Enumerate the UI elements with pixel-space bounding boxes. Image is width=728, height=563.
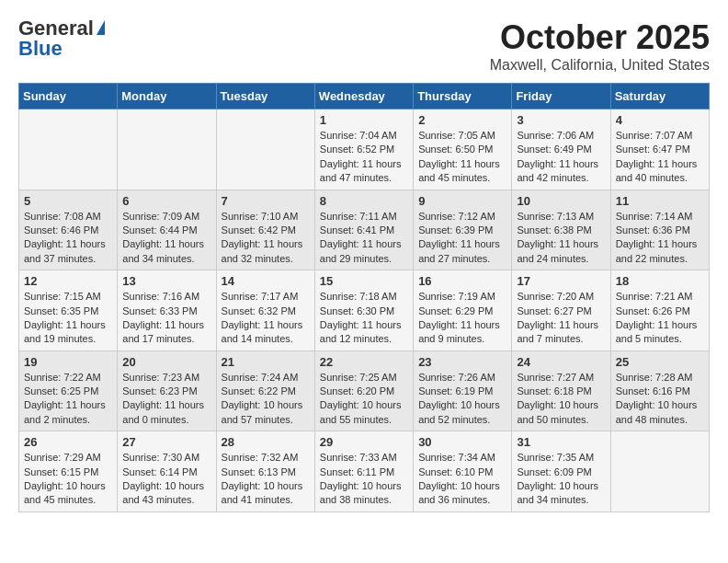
day-number: 21 bbox=[222, 355, 310, 369]
calendar-cell: 8Sunrise: 7:11 AMSunset: 6:41 PMDaylight… bbox=[314, 190, 413, 270]
day-info: Sunrise: 7:04 AM bbox=[320, 129, 408, 143]
calendar-cell: 9Sunrise: 7:12 AMSunset: 6:39 PMDaylight… bbox=[414, 190, 512, 270]
calendar-cell: 1Sunrise: 7:04 AMSunset: 6:52 PMDaylight… bbox=[314, 109, 413, 190]
day-info: Sunrise: 7:27 AM bbox=[517, 371, 605, 385]
calendar-row: 26Sunrise: 7:29 AMSunset: 6:15 PMDayligh… bbox=[19, 431, 710, 512]
day-info: Sunset: 6:30 PM bbox=[320, 304, 408, 318]
calendar-cell: 14Sunrise: 7:17 AMSunset: 6:32 PMDayligh… bbox=[216, 270, 314, 351]
day-number: 20 bbox=[122, 355, 210, 369]
calendar-cell: 25Sunrise: 7:28 AMSunset: 6:16 PMDayligh… bbox=[610, 350, 709, 431]
calendar-cell: 12Sunrise: 7:15 AMSunset: 6:35 PMDayligh… bbox=[19, 270, 118, 351]
day-info: Daylight: 11 hours and 40 minutes. bbox=[616, 157, 704, 186]
calendar-cell: 29Sunrise: 7:33 AMSunset: 6:11 PMDayligh… bbox=[314, 431, 413, 512]
day-number: 6 bbox=[122, 194, 210, 208]
calendar-cell: 19Sunrise: 7:22 AMSunset: 6:25 PMDayligh… bbox=[19, 350, 118, 431]
day-info: Sunrise: 7:25 AM bbox=[320, 371, 408, 385]
day-info: Sunset: 6:10 PM bbox=[418, 465, 506, 479]
day-info: Sunset: 6:20 PM bbox=[320, 385, 408, 398]
day-info: Daylight: 10 hours and 43 minutes. bbox=[122, 479, 210, 508]
day-info: Daylight: 11 hours and 12 minutes. bbox=[320, 318, 408, 347]
calendar-cell bbox=[19, 109, 118, 190]
day-number: 26 bbox=[24, 435, 112, 449]
logo-general-text: General bbox=[18, 18, 94, 39]
page-header: General Blue October 2025 Maxwell, Calif… bbox=[18, 18, 710, 74]
day-info: Sunset: 6:44 PM bbox=[122, 224, 210, 237]
header-cell-sunday: Sunday bbox=[19, 84, 118, 109]
calendar-cell: 10Sunrise: 7:13 AMSunset: 6:38 PMDayligh… bbox=[512, 190, 610, 270]
day-info: Sunset: 6:35 PM bbox=[24, 304, 112, 318]
day-number: 2 bbox=[418, 113, 506, 127]
day-info: Sunrise: 7:07 AM bbox=[616, 129, 704, 143]
calendar-row: 5Sunrise: 7:08 AMSunset: 6:46 PMDaylight… bbox=[19, 190, 710, 270]
day-info: Sunrise: 7:20 AM bbox=[517, 290, 605, 304]
day-info: Daylight: 10 hours and 38 minutes. bbox=[320, 479, 408, 508]
day-info: Daylight: 11 hours and 2 minutes. bbox=[24, 398, 112, 427]
day-info: Sunset: 6:09 PM bbox=[517, 465, 605, 479]
calendar-row: 19Sunrise: 7:22 AMSunset: 6:25 PMDayligh… bbox=[19, 350, 710, 431]
day-number: 10 bbox=[517, 194, 605, 208]
header-row: SundayMondayTuesdayWednesdayThursdayFrid… bbox=[19, 84, 710, 109]
day-number: 12 bbox=[24, 274, 112, 288]
calendar-cell: 30Sunrise: 7:34 AMSunset: 6:10 PMDayligh… bbox=[414, 431, 512, 512]
calendar-subtitle: Maxwell, California, United States bbox=[490, 57, 710, 74]
day-info: Daylight: 10 hours and 48 minutes. bbox=[616, 398, 704, 427]
day-info: Sunrise: 7:28 AM bbox=[616, 371, 704, 385]
calendar-cell: 27Sunrise: 7:30 AMSunset: 6:14 PMDayligh… bbox=[118, 431, 216, 512]
day-info: Daylight: 11 hours and 47 minutes. bbox=[320, 157, 408, 186]
day-info: Daylight: 10 hours and 57 minutes. bbox=[222, 398, 310, 427]
day-info: Sunrise: 7:10 AM bbox=[222, 210, 310, 224]
header-cell-friday: Friday bbox=[512, 84, 610, 109]
calendar-cell: 28Sunrise: 7:32 AMSunset: 6:13 PMDayligh… bbox=[216, 431, 314, 512]
day-info: Daylight: 11 hours and 9 minutes. bbox=[418, 318, 506, 347]
day-info: Sunrise: 7:09 AM bbox=[122, 210, 210, 224]
day-info: Daylight: 10 hours and 41 minutes. bbox=[222, 479, 310, 508]
day-info: Sunset: 6:50 PM bbox=[418, 143, 506, 156]
day-number: 27 bbox=[122, 435, 210, 449]
day-number: 18 bbox=[616, 274, 704, 288]
calendar-cell bbox=[216, 109, 314, 190]
day-number: 29 bbox=[320, 435, 408, 449]
calendar-cell: 16Sunrise: 7:19 AMSunset: 6:29 PMDayligh… bbox=[414, 270, 512, 351]
day-info: Sunrise: 7:13 AM bbox=[517, 210, 605, 224]
day-info: Sunset: 6:19 PM bbox=[418, 385, 506, 398]
calendar-cell: 20Sunrise: 7:23 AMSunset: 6:23 PMDayligh… bbox=[118, 350, 216, 431]
day-info: Sunset: 6:39 PM bbox=[418, 224, 506, 237]
calendar-cell: 7Sunrise: 7:10 AMSunset: 6:42 PMDaylight… bbox=[216, 190, 314, 270]
day-info: Sunrise: 7:35 AM bbox=[517, 451, 605, 465]
day-info: Sunset: 6:16 PM bbox=[616, 385, 704, 398]
calendar-cell: 4Sunrise: 7:07 AMSunset: 6:47 PMDaylight… bbox=[610, 109, 709, 190]
day-info: Sunset: 6:38 PM bbox=[517, 224, 605, 237]
day-info: Daylight: 11 hours and 32 minutes. bbox=[222, 237, 310, 266]
day-info: Sunset: 6:14 PM bbox=[122, 465, 210, 479]
calendar-cell: 24Sunrise: 7:27 AMSunset: 6:18 PMDayligh… bbox=[512, 350, 610, 431]
day-info: Sunrise: 7:14 AM bbox=[616, 210, 704, 224]
day-info: Sunset: 6:25 PM bbox=[24, 385, 112, 398]
day-number: 24 bbox=[517, 355, 605, 369]
calendar-cell bbox=[610, 431, 709, 512]
calendar-cell: 22Sunrise: 7:25 AMSunset: 6:20 PMDayligh… bbox=[314, 350, 413, 431]
day-info: Sunset: 6:46 PM bbox=[24, 224, 112, 237]
calendar-table: SundayMondayTuesdayWednesdayThursdayFrid… bbox=[18, 83, 710, 512]
day-info: Sunset: 6:42 PM bbox=[222, 224, 310, 237]
day-number: 17 bbox=[517, 274, 605, 288]
day-number: 3 bbox=[517, 113, 605, 127]
day-info: Sunrise: 7:19 AM bbox=[418, 290, 506, 304]
day-info: Daylight: 11 hours and 19 minutes. bbox=[24, 318, 112, 347]
day-number: 25 bbox=[616, 355, 704, 369]
header-cell-wednesday: Wednesday bbox=[314, 84, 413, 109]
day-number: 11 bbox=[616, 194, 704, 208]
calendar-cell: 3Sunrise: 7:06 AMSunset: 6:49 PMDaylight… bbox=[512, 109, 610, 190]
day-info: Sunset: 6:23 PM bbox=[122, 385, 210, 398]
day-info: Daylight: 11 hours and 34 minutes. bbox=[122, 237, 210, 266]
day-number: 31 bbox=[517, 435, 605, 449]
day-info: Sunset: 6:52 PM bbox=[320, 143, 408, 156]
day-number: 4 bbox=[616, 113, 704, 127]
day-info: Sunset: 6:49 PM bbox=[517, 143, 605, 156]
day-info: Sunrise: 7:34 AM bbox=[418, 451, 506, 465]
day-info: Daylight: 11 hours and 17 minutes. bbox=[122, 318, 210, 347]
day-info: Sunrise: 7:30 AM bbox=[122, 451, 210, 465]
day-number: 14 bbox=[222, 274, 310, 288]
day-info: Sunset: 6:32 PM bbox=[222, 304, 310, 318]
day-info: Sunrise: 7:11 AM bbox=[320, 210, 408, 224]
calendar-cell: 15Sunrise: 7:18 AMSunset: 6:30 PMDayligh… bbox=[314, 270, 413, 351]
